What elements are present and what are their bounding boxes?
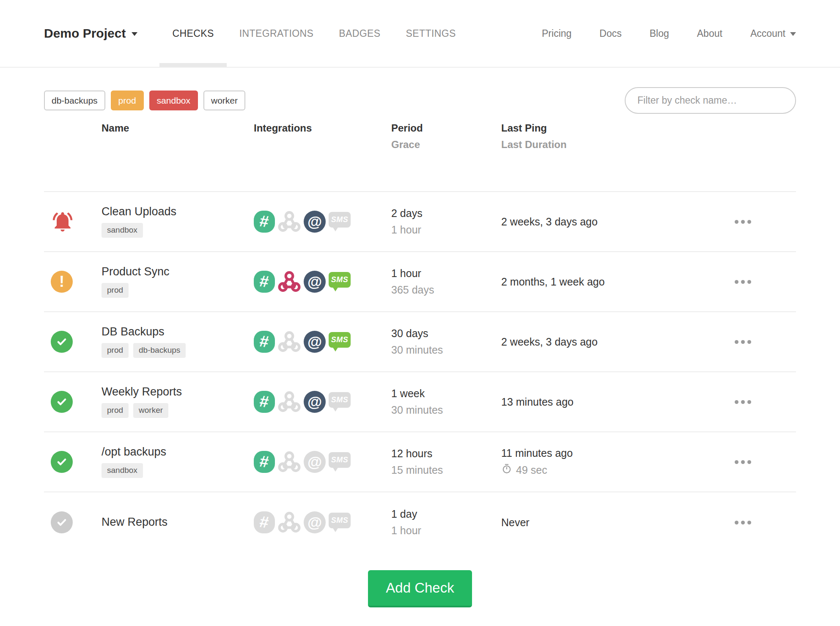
- check-integrations: # @ SMS: [254, 330, 391, 353]
- row-menu-button[interactable]: [734, 457, 752, 467]
- check-name[interactable]: Weekly Reports: [102, 386, 254, 398]
- slack-icon: #: [254, 271, 275, 293]
- check-name-filter-input[interactable]: [625, 87, 796, 114]
- check-tag-list: prod: [102, 283, 254, 298]
- webhook-icon: [278, 210, 301, 233]
- row-menu-button[interactable]: [734, 337, 752, 347]
- tag-filter-prod[interactable]: prod: [111, 91, 144, 110]
- check-name-cell: DB Backups proddb-backups: [102, 326, 254, 358]
- check-menu-cell: [708, 397, 796, 407]
- check-status: !: [44, 451, 102, 473]
- account-menu[interactable]: Account: [750, 28, 796, 39]
- webhook-icon: [278, 450, 301, 473]
- row-menu-button[interactable]: [734, 517, 752, 528]
- check-integrations: # @ SMS: [254, 450, 391, 473]
- sms-icon: SMS: [329, 511, 351, 533]
- add-check-button[interactable]: Add Check: [368, 570, 472, 607]
- check-integrations: # @ SMS: [254, 390, 391, 413]
- tag-filter-worker[interactable]: worker: [203, 91, 245, 110]
- checks-table: Name Integrations Period Grace Last Ping…: [44, 114, 796, 552]
- tab-checks[interactable]: CHECKS: [159, 0, 226, 67]
- last-ping-value: 13 minutes ago: [501, 396, 708, 408]
- check-row[interactable]: ! /opt backups sandbox # @ SMS 12 hours …: [44, 432, 796, 492]
- grace-value: 15 minutes: [391, 464, 501, 476]
- check-tag: prod: [102, 403, 129, 418]
- check-menu-cell: [708, 337, 796, 347]
- column-header-last-ping: Last Ping Last Duration: [501, 122, 708, 191]
- filter-bar: db-backups prod sandbox worker: [44, 87, 796, 114]
- check-menu-cell: [708, 277, 796, 287]
- check-status: !: [44, 210, 102, 233]
- tab-badges[interactable]: BADGES: [326, 0, 393, 67]
- check-name-cell: /opt backups sandbox: [102, 446, 254, 478]
- sms-icon: SMS: [329, 271, 351, 293]
- check-last-ping-cell: 2 months, 1 week ago: [501, 276, 708, 288]
- email-icon: @: [304, 391, 326, 413]
- check-row[interactable]: ! Weekly Reports prodworker # @ SMS 1 we…: [44, 372, 796, 432]
- last-duration: 49 sec: [501, 463, 708, 477]
- last-ping-value: Never: [501, 516, 708, 529]
- last-ping-value: 11 minutes ago: [501, 447, 708, 459]
- row-menu-button[interactable]: [734, 217, 752, 227]
- nav-link-docs[interactable]: Docs: [599, 28, 621, 39]
- nav-tabs: CHECKS INTEGRATIONS BADGES SETTINGS: [159, 0, 468, 67]
- check-name[interactable]: Clean Uploads: [102, 206, 254, 218]
- table-header: Name Integrations Period Grace Last Ping…: [44, 114, 796, 192]
- period-value: 12 hours: [391, 448, 501, 460]
- row-menu-button[interactable]: [734, 277, 752, 287]
- check-row[interactable]: ! New Reports # @ SMS 1 day 1 hour Never: [44, 492, 796, 552]
- column-header-integrations: Integrations: [254, 122, 391, 191]
- check-tag-list: sandbox: [102, 223, 254, 238]
- grace-exclamation-icon: !: [51, 271, 73, 293]
- check-name[interactable]: New Reports: [102, 516, 254, 529]
- check-row[interactable]: ! DB Backups proddb-backups # @ SMS 30 d…: [44, 312, 796, 372]
- slack-icon: #: [254, 391, 275, 413]
- tag-filter-sandbox[interactable]: sandbox: [149, 91, 198, 110]
- tab-settings[interactable]: SETTINGS: [393, 0, 469, 67]
- grace-value: 1 hour: [391, 224, 501, 236]
- row-menu-button[interactable]: [734, 397, 752, 407]
- period-value: 2 days: [391, 207, 501, 220]
- check-name[interactable]: /opt backups: [102, 446, 254, 459]
- check-status: !: [44, 331, 102, 353]
- email-icon: @: [304, 511, 326, 533]
- check-last-ping-cell: 2 weeks, 3 days ago: [501, 216, 708, 228]
- check-name[interactable]: DB Backups: [102, 326, 254, 338]
- email-icon: @: [304, 271, 326, 293]
- check-name-cell: Weekly Reports prodworker: [102, 386, 254, 418]
- nav-link-pricing[interactable]: Pricing: [542, 28, 571, 39]
- alert-bell-icon: [51, 210, 74, 233]
- up-check-icon: [51, 331, 73, 353]
- webhook-icon: [278, 511, 301, 534]
- tab-integrations[interactable]: INTEGRATIONS: [227, 0, 327, 67]
- period-value: 1 hour: [391, 267, 501, 280]
- check-row[interactable]: ! Clean Uploads sandbox # @ SMS 2 days 1…: [44, 192, 796, 252]
- nav-link-blog[interactable]: Blog: [650, 28, 669, 39]
- column-header-period: Period Grace: [391, 122, 501, 191]
- last-ping-value: 2 weeks, 3 days ago: [501, 216, 708, 228]
- last-ping-value: 2 months, 1 week ago: [501, 276, 708, 288]
- period-value: 30 days: [391, 327, 501, 340]
- check-tag-list: proddb-backups: [102, 343, 254, 358]
- grace-value: 30 minutes: [391, 344, 501, 356]
- check-name[interactable]: Product Sync: [102, 266, 254, 278]
- slack-icon: #: [254, 331, 275, 353]
- check-period-cell: 30 days 30 minutes: [391, 327, 501, 356]
- top-navigation: Demo Project CHECKS INTEGRATIONS BADGES …: [0, 0, 840, 68]
- tag-filter-group: db-backups prod sandbox worker: [44, 91, 245, 110]
- check-menu-cell: [708, 457, 796, 467]
- new-check-icon: [51, 511, 73, 533]
- nav-link-about[interactable]: About: [697, 28, 722, 39]
- project-switcher[interactable]: Demo Project: [44, 0, 137, 67]
- slack-icon: #: [254, 511, 275, 533]
- email-icon: @: [304, 211, 326, 233]
- check-period-cell: 2 days 1 hour: [391, 207, 501, 236]
- column-header-name: Name: [102, 122, 254, 191]
- tag-filter-db-backups[interactable]: db-backups: [44, 91, 105, 110]
- check-period-cell: 12 hours 15 minutes: [391, 448, 501, 476]
- table-body: ! Clean Uploads sandbox # @ SMS 2 days 1…: [44, 192, 796, 552]
- check-name-cell: Clean Uploads sandbox: [102, 206, 254, 238]
- check-row[interactable]: ! Product Sync prod # @ SMS 1 hour 365 d…: [44, 252, 796, 312]
- period-value: 1 week: [391, 387, 501, 400]
- check-period-cell: 1 week 30 minutes: [391, 387, 501, 416]
